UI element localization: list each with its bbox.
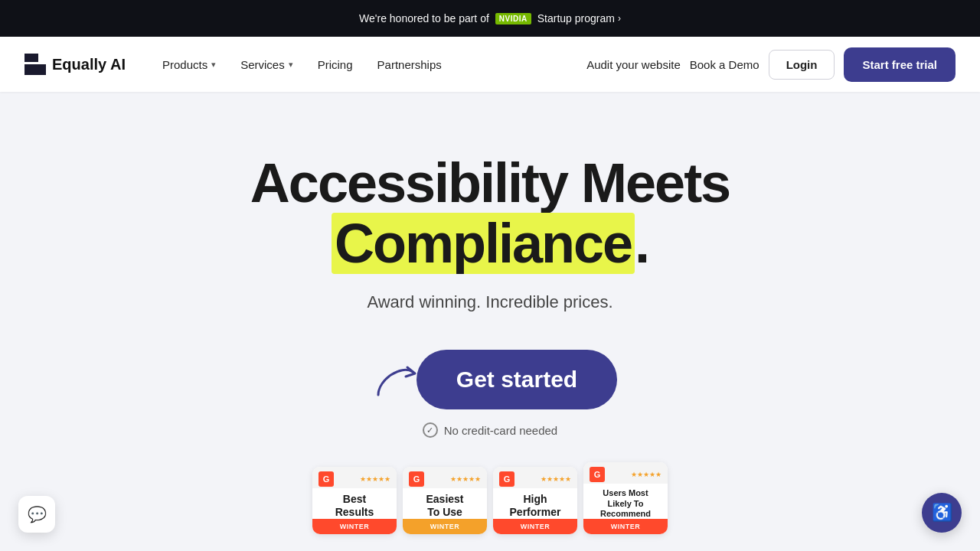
badge-recommend: G ★★★★★ Users MostLikely ToRecommend WIN… <box>583 462 668 534</box>
pricing-label: Pricing <box>318 58 353 71</box>
badge-season-high: WINTER <box>493 519 577 534</box>
hero-section: Accessibility Meets Compliance. Award wi… <box>0 92 980 551</box>
nav-item-services[interactable]: Services ▾ <box>228 52 305 77</box>
hero-title-highlight: Compliance <box>332 213 635 274</box>
badge-header-high: G ★★★★★ <box>493 467 577 488</box>
badge-header: G ★★★★★ <box>312 467 397 488</box>
badge-title-high: HighPerformer <box>507 488 564 519</box>
nav-links: Products ▾ Services ▾ Pricing Partnershi… <box>150 52 586 77</box>
nav-item-partnerships[interactable]: Partnerships <box>365 52 454 77</box>
nav-right: Audit your website Book a Demo Login Sta… <box>586 47 956 82</box>
badge-season-recommend: WINTER <box>583 519 668 534</box>
chat-icon: 💬 <box>28 505 47 523</box>
g2-logo-easiest: G <box>409 471 424 487</box>
logo-text: Equally AI <box>52 56 126 73</box>
get-started-button[interactable]: Get started <box>416 350 617 409</box>
hero-title-end: . <box>635 213 648 274</box>
start-trial-button[interactable]: Start free trial <box>844 47 956 82</box>
cta-area: Get started ✓ No credit-card needed <box>363 349 617 438</box>
badge-title-easiest: EasiestTo Use <box>423 488 466 519</box>
badge-stars-recommend: ★★★★★ <box>631 471 662 478</box>
products-chevron-icon: ▾ <box>211 60 216 70</box>
no-card-notice: ✓ No credit-card needed <box>423 422 557 438</box>
services-chevron-icon: ▾ <box>289 60 293 70</box>
g2-logo-high: G <box>499 471 514 487</box>
chat-widget[interactable]: 💬 <box>18 496 55 533</box>
chevron-right-icon: › <box>618 13 621 24</box>
hero-title: Accessibility Meets Compliance. <box>145 153 835 274</box>
partnerships-label: Partnerships <box>377 58 442 71</box>
badge-stars: ★★★★★ <box>360 475 390 483</box>
badge-title-best: BestResults <box>332 488 377 519</box>
login-button[interactable]: Login <box>769 50 835 80</box>
banner-text-before: We're honored to be part of <box>359 12 489 24</box>
no-card-text: No credit-card needed <box>444 424 557 437</box>
badge-header-easiest: G ★★★★★ <box>403 467 487 488</box>
badges-row: G ★★★★★ BestResults WINTER G ★★★★★ Easie… <box>312 462 668 534</box>
badge-header-recommend: G ★★★★★ <box>583 462 668 484</box>
nav-item-products[interactable]: Products ▾ <box>150 52 228 77</box>
accessibility-widget[interactable]: ♿ <box>922 493 962 533</box>
top-banner: We're honored to be part of NVIDIA Start… <box>0 0 980 37</box>
navbar: Equally AI Products ▾ Services ▾ Pricing… <box>0 37 980 92</box>
g2-logo: G <box>318 471 334 487</box>
banner-text-after: Startup program <box>537 12 615 24</box>
badge-season-easiest: WINTER <box>403 519 487 534</box>
logo-icon-top <box>24 54 38 62</box>
startup-program-link[interactable]: Startup program › <box>537 12 621 24</box>
arrow-icon <box>363 349 424 410</box>
badge-best-results: G ★★★★★ BestResults WINTER <box>312 467 397 534</box>
cta-row: Get started <box>363 349 617 410</box>
badge-season-best: WINTER <box>312 519 397 534</box>
badge-title-recommend: Users MostLikely ToRecommend <box>597 484 654 519</box>
products-label: Products <box>162 58 207 71</box>
hero-title-part1: Accessibility Meets <box>250 152 730 214</box>
logo-icon-bottom <box>24 64 46 75</box>
accessibility-icon: ♿ <box>932 503 952 523</box>
badge-stars-easiest: ★★★★★ <box>450 475 481 483</box>
book-demo-link[interactable]: Book a Demo <box>690 58 760 71</box>
nvidia-logo: NVIDIA <box>495 13 531 24</box>
nav-item-pricing[interactable]: Pricing <box>305 52 365 77</box>
audit-website-link[interactable]: Audit your website <box>586 58 681 71</box>
g2-logo-recommend: G <box>590 467 605 482</box>
logo-link[interactable]: Equally AI <box>24 54 126 75</box>
logo-icon <box>24 54 46 75</box>
hero-subtitle: Award winning. Incredible prices. <box>367 292 612 312</box>
badge-easiest: G ★★★★★ EasiestTo Use WINTER <box>403 467 487 534</box>
badge-stars-high: ★★★★★ <box>541 475 571 483</box>
badge-high-performer: G ★★★★★ HighPerformer WINTER <box>493 467 577 534</box>
check-icon: ✓ <box>423 422 438 438</box>
services-label: Services <box>240 58 285 71</box>
